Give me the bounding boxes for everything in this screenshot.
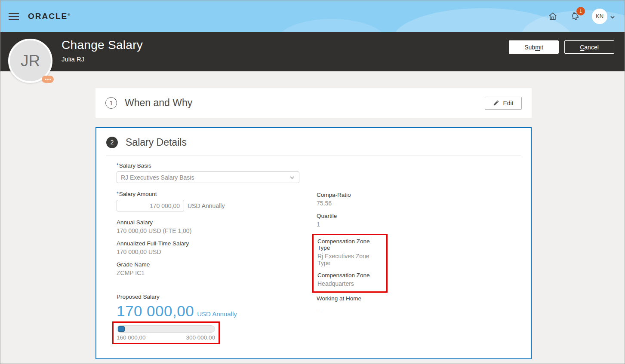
oracle-logo: ORACLE® [28, 12, 70, 21]
salary-amount-suffix: USD Annually [188, 202, 225, 209]
annual-salary-value: 170 000,00 USD (FTE 1,00) [117, 227, 317, 234]
compensation-zone-label: Compensation Zone [317, 272, 382, 278]
hamburger-menu-icon[interactable] [9, 11, 19, 22]
slider-max-label: 300 000,00 [186, 334, 215, 341]
chevron-down-icon [610, 14, 615, 19]
compensation-zone-value: Headquarters [317, 280, 382, 287]
user-avatar[interactable]: KN [592, 9, 607, 24]
proposed-salary-slider[interactable] [117, 325, 215, 333]
working-at-home-label: Working at Home [317, 295, 521, 302]
step-number: 1 [105, 97, 117, 109]
divider [106, 156, 521, 156]
registered-mark: ® [68, 12, 70, 16]
chevron-down-icon [289, 174, 295, 180]
employee-avatar-initials: JR [21, 52, 40, 70]
when-and-why-section: 1 When and Why Edit [95, 88, 532, 118]
salary-details-section: 2 Salary Details *Salary Basis RJ Execut… [95, 127, 532, 359]
step-number: 2 [106, 137, 118, 148]
employee-avatar[interactable]: JR [8, 39, 52, 83]
slider-min-label: 160 000,00 [117, 334, 146, 341]
change-salary-page: ORACLE® 1 KN [0, 0, 625, 364]
pencil-icon [493, 100, 499, 106]
edit-button[interactable]: Edit [485, 97, 522, 110]
proposed-salary-label: Proposed Salary [117, 294, 317, 300]
home-icon[interactable] [547, 11, 558, 22]
user-menu[interactable]: KN [592, 9, 615, 24]
avatar-actions-ellipsis-icon[interactable] [42, 76, 54, 83]
employee-name: Julia RJ [62, 55, 143, 63]
annotation-box-slider: 160 000,00 300 000,00 [112, 321, 220, 344]
working-at-home-value: — [317, 306, 521, 313]
cancel-button[interactable]: Cancel [564, 40, 614, 54]
annualized-fulltime-salary-label: Annualized Full-Time Salary [117, 240, 317, 247]
right-column: Compa-Ratio 75,56 Quartile 1 Compensatio… [317, 162, 521, 344]
notification-count-badge: 1 [576, 7, 585, 15]
topbar-actions: 1 KN [547, 9, 615, 24]
quartile-label: Quartile [317, 213, 521, 219]
submit-button[interactable]: Submit [509, 40, 559, 54]
compensation-zone-type-label: Compensation Zone Type [317, 238, 382, 251]
header-text: Change Salary Julia RJ [62, 38, 143, 63]
section-title: When and Why [125, 97, 192, 109]
cloud-decoration [276, 19, 388, 32]
page-title: Change Salary [62, 38, 143, 52]
section-title: Salary Details [126, 137, 187, 148]
notifications-bell-icon[interactable]: 1 [570, 11, 581, 22]
grade-name-value: ZCMP IC1 [117, 269, 317, 276]
annotation-box-compensation-zone: Compensation Zone Type Rj Executives Zon… [312, 234, 388, 293]
compensation-zone-type-value: Rj Executives Zone Type [317, 253, 382, 266]
compa-ratio-label: Compa-Ratio [317, 192, 521, 198]
annual-salary-label: Annual Salary [117, 219, 317, 226]
proposed-salary-suffix: USD Annually [197, 310, 237, 318]
salary-basis-label: *Salary Basis [117, 162, 317, 169]
proposed-salary-value: 170 000,00 [117, 303, 194, 320]
header-actions: Submit Cancel [509, 40, 614, 54]
salary-amount-label: *Salary Amount [117, 191, 317, 197]
quartile-value: 1 [317, 221, 521, 228]
annualized-fulltime-salary-value: 170 000,00 USD [117, 248, 317, 255]
salary-amount-input[interactable] [117, 200, 184, 211]
grade-name-label: Grade Name [117, 261, 317, 268]
page-header: JR Change Salary Julia RJ Submit Cancel [0, 32, 625, 71]
left-column: *Salary Basis RJ Executives Salary Basis… [117, 162, 317, 344]
slider-handle[interactable] [118, 326, 125, 332]
compa-ratio-value: 75,56 [317, 200, 521, 207]
top-navigation-bar: ORACLE® 1 KN [0, 0, 625, 32]
salary-basis-select[interactable]: RJ Executives Salary Basis [117, 171, 299, 183]
